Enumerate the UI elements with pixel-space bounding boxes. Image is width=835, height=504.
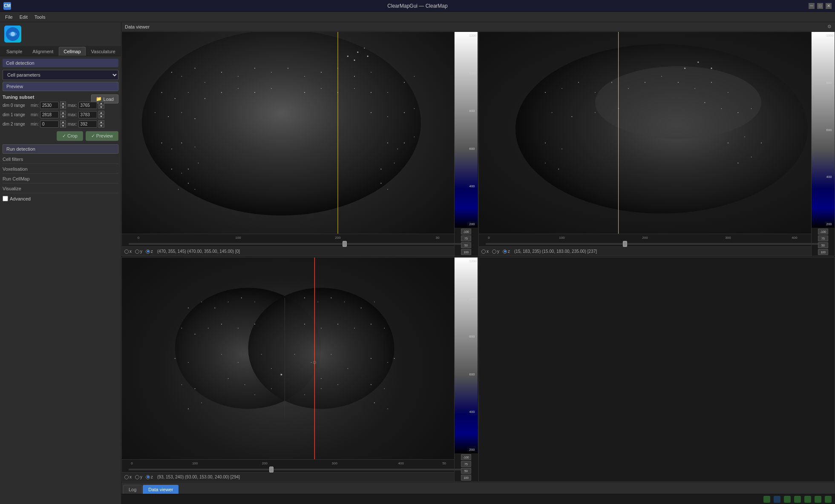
status-4 (794, 496, 801, 503)
hist-50-tl[interactable]: 50 (461, 242, 471, 248)
menu-file[interactable]: File (2, 14, 16, 20)
svg-point-141 (387, 409, 388, 410)
svg-point-44 (181, 143, 182, 143)
dim0-max-up[interactable]: ▲ (98, 101, 104, 105)
svg-point-107 (214, 308, 215, 309)
svg-point-52 (188, 169, 189, 169)
advanced-checkbox-row: Advanced (3, 194, 118, 203)
dim2-min-up[interactable]: ▲ (60, 120, 66, 124)
radio-x-tl[interactable]: x (124, 249, 132, 254)
dim0-min-input[interactable] (40, 102, 59, 109)
dim1-min-input[interactable] (40, 111, 59, 118)
svg-point-125 (337, 324, 338, 324)
maximize-button[interactable]: □ (817, 3, 823, 9)
radio-z-tr[interactable]: z (503, 249, 510, 254)
crop-button[interactable]: ✓ Crop (57, 131, 83, 141)
hist-100-tl[interactable]: 100 (461, 249, 471, 255)
minimize-button[interactable]: ─ (809, 3, 815, 9)
content-area: Data viewer ⚙ (121, 22, 835, 504)
hist-50-bl[interactable]: 50 (461, 468, 471, 474)
radio-y-tr[interactable]: y (492, 249, 499, 254)
svg-point-60 (387, 189, 388, 190)
radio-y-label-tr: y (497, 249, 499, 254)
hist-75-tl[interactable]: 75 (461, 235, 471, 241)
dim1-max-up[interactable]: ▲ (98, 111, 104, 115)
dim2-min-input[interactable] (40, 120, 59, 128)
dim1-max-arrows: ▲ ▼ (98, 111, 104, 118)
voxelisation-section[interactable]: Voxelisation (3, 165, 118, 174)
hist-50-tr[interactable]: 50 (818, 242, 828, 248)
cell-filters-section[interactable]: Cell filters (3, 155, 118, 164)
close-button[interactable]: ✕ (826, 3, 832, 9)
tab-log[interactable]: Log (123, 485, 142, 494)
bottom-left-canvas[interactable] (122, 258, 454, 459)
tab-alignment[interactable]: Alignment (28, 47, 58, 56)
top-left-panel[interactable]: 0 100 200 30 (121, 32, 478, 256)
visualize-section[interactable]: Visualize (3, 184, 118, 193)
dim1-min-up[interactable]: ▲ (60, 111, 66, 115)
dim1-max-down[interactable]: ▼ (98, 115, 104, 118)
radio-circle-y-tr (492, 249, 496, 254)
dim0-min-up[interactable]: ▲ (60, 101, 66, 105)
dim0-max-down[interactable]: ▼ (98, 105, 104, 109)
hist-neg100-tl[interactable]: -100 (461, 229, 471, 235)
radio-y-bl[interactable]: y (135, 475, 142, 479)
top-right-panel[interactable]: 0 100 200 300 400 (478, 32, 835, 256)
radio-z-bl[interactable]: z (146, 475, 153, 479)
svg-point-156 (304, 395, 305, 395)
run-detection-button[interactable]: Run detection (3, 144, 118, 154)
sidebar-tabs: Sample Alignment Cellmap Vasculature Bat… (0, 46, 121, 56)
cell-params-dropdown[interactable]: Cell parameters (3, 70, 118, 80)
bottom-left-panel[interactable]: 0 100 200 300 400 50 (121, 257, 478, 482)
dim0-min-down[interactable]: ▼ (60, 105, 66, 109)
radio-x-tr[interactable]: x (481, 249, 489, 254)
run-cellmap-section[interactable]: Run CellMap (3, 175, 118, 183)
svg-point-42 (161, 143, 162, 143)
hist-75-bl[interactable]: 75 (461, 461, 471, 467)
logo-area (0, 22, 121, 46)
svg-point-117 (181, 328, 182, 329)
hist-100-bl[interactable]: 100 (461, 475, 471, 481)
top-right-canvas[interactable] (479, 32, 811, 234)
radio-z-tl[interactable]: z (146, 249, 153, 254)
svg-point-143 (238, 362, 239, 363)
dim2-max-input[interactable] (78, 120, 97, 128)
tab-sample[interactable]: Sample (2, 47, 27, 56)
tab-cellmap[interactable]: Cellmap (59, 47, 85, 56)
advanced-checkbox[interactable] (3, 196, 8, 201)
dim1-max-input[interactable] (78, 111, 97, 118)
dim2-max-group: max: ▲ ▼ (68, 120, 104, 128)
radio-y-tl[interactable]: y (135, 249, 142, 254)
svg-point-36 (181, 112, 182, 113)
svg-point-103 (248, 288, 394, 409)
titlebar: CM ClearMapGui — ClearMap ─ □ ✕ (0, 0, 835, 12)
svg-point-115 (361, 308, 362, 309)
dim0-max-input[interactable] (78, 102, 97, 109)
radio-x-bl[interactable]: x (124, 475, 132, 479)
dim2-max-up[interactable]: ▲ (98, 120, 104, 124)
top-left-canvas[interactable] (122, 32, 454, 234)
hist-100-tr[interactable]: 100 (818, 249, 828, 255)
tab-vasculature[interactable]: Vasculature (86, 47, 120, 56)
preview-action-button[interactable]: ✓ Preview (86, 131, 118, 141)
svg-point-89 (545, 143, 546, 143)
svg-point-35 (168, 116, 169, 117)
svg-point-116 (374, 301, 375, 302)
hist-75-tr[interactable]: 75 (818, 235, 828, 241)
dim2-max-down[interactable]: ▼ (98, 124, 104, 128)
hist-neg100-tr[interactable]: -100 (818, 229, 828, 235)
menu-edit[interactable]: Edit (16, 14, 31, 20)
dim1-min-group: min: ▲ ▼ (31, 111, 66, 118)
menu-tools[interactable]: Tools (31, 14, 49, 20)
hist-neg100-bl[interactable]: -100 (461, 454, 471, 460)
dim2-range-row: dim 2 range min: ▲ ▼ max: ▲ ▼ (3, 120, 118, 128)
svg-point-62 (357, 52, 358, 53)
bottom-left-histogram: 1200 1000 800 600 400 200 (454, 258, 478, 481)
dim2-min-down[interactable]: ▼ (60, 124, 66, 128)
bottom-right-panel (478, 257, 835, 482)
tr-tick-400: 400 (792, 236, 797, 240)
tab-data-viewer[interactable]: Data viewer (143, 485, 179, 494)
svg-point-99 (697, 62, 699, 63)
preview-button-top[interactable]: Preview (3, 82, 118, 91)
dim1-min-down[interactable]: ▼ (60, 115, 66, 118)
